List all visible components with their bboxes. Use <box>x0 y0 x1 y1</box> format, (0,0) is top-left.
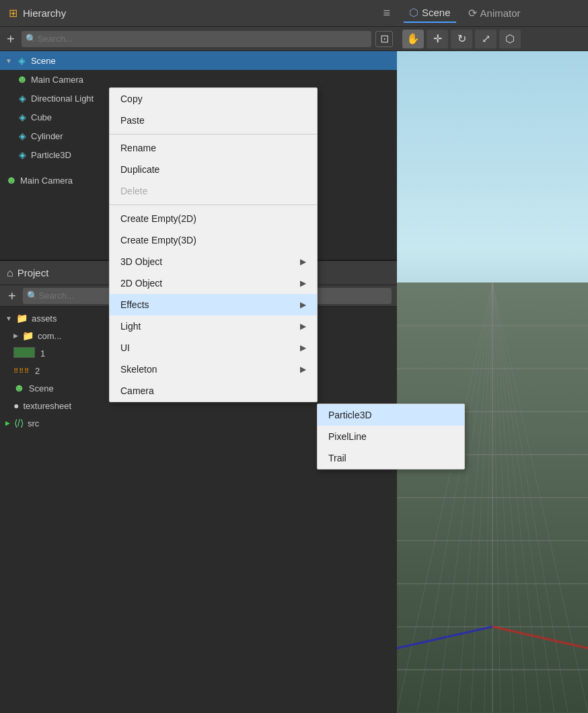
submenu-arrow-icon: ▶ <box>300 343 306 352</box>
ctx-skeleton[interactable]: Skeleton ▶ <box>110 359 317 380</box>
project-icon: ⌂ <box>7 267 13 279</box>
project-search-icon: 🔍 <box>27 291 38 301</box>
ctx-effects-label: Effects <box>120 299 149 310</box>
ctx-3d-object[interactable]: 3D Object ▶ <box>110 251 317 272</box>
scene-toolbar: ✋ ✛ ↻ ⤢ ⬡ <box>397 27 588 51</box>
ctx-paste[interactable]: Paste <box>110 110 317 131</box>
hierarchy-item-label: Cube <box>31 112 52 122</box>
ctx-duplicate[interactable]: Duplicate <box>110 159 317 180</box>
scene-tab[interactable]: ⬡ Scene <box>404 3 456 23</box>
submenu-arrow-icon: ▶ <box>300 365 306 374</box>
sphere-icon: ● <box>13 400 19 411</box>
folder-icon: 📁 <box>16 313 28 324</box>
submenu-arrow-icon: ▶ <box>300 300 306 309</box>
ctx-create-empty-3d-label: Create Empty(3D) <box>120 235 196 246</box>
proj-item-label: texturesheet <box>23 401 71 411</box>
proj-item-label: 1 <box>40 348 45 359</box>
hierarchy-search-input[interactable] <box>22 31 371 47</box>
effects-submenu[interactable]: Particle3D PixelLine Trail <box>317 404 465 470</box>
arrow-icon: ▶ <box>5 420 10 426</box>
scene-icon: ◈ <box>16 54 28 67</box>
ctx-pixelline[interactable]: PixelLine <box>318 426 464 447</box>
ctx-delete[interactable]: Delete <box>110 180 317 202</box>
submenu-arrow-icon: ▶ <box>300 257 306 266</box>
ctx-skeleton-label: Skeleton <box>120 364 157 375</box>
ctx-create-empty-3d[interactable]: Create Empty(3D) <box>110 229 317 251</box>
submenu-arrow-icon: ▶ <box>300 278 306 288</box>
ctx-rename[interactable]: Rename <box>110 137 317 159</box>
scene-icon: ⬡ <box>409 6 418 19</box>
proj-item-label: assets <box>32 313 57 324</box>
ctx-ui[interactable]: UI ▶ <box>110 337 317 359</box>
ctx-2d-object-label: 2D Object <box>120 278 162 289</box>
ctx-2d-object[interactable]: 2D Object ▶ <box>110 272 317 294</box>
scene-header: ⬡ Scene ⟳ Animator <box>397 0 588 27</box>
arrow-icon: ▼ <box>5 57 12 65</box>
ctx-rename-label: Rename <box>120 143 156 153</box>
proj-item-label: Scene <box>29 383 54 393</box>
hand-tool-button[interactable]: ✋ <box>402 30 424 48</box>
arrow-icon: ▶ <box>13 332 18 339</box>
scene-panel: ⬡ Scene ⟳ Animator ✋ ✛ ↻ ⤢ ⬡ <box>397 0 588 713</box>
proj-item-label: src <box>28 418 39 428</box>
dotgrid-icon: ⠿⠿⠿ <box>13 367 30 375</box>
particle-icon: ◈ <box>16 149 28 161</box>
ctx-trail[interactable]: Trail <box>318 447 464 469</box>
layers-icon: ⊞ <box>7 7 19 20</box>
hierarchy-item-label: Scene <box>31 56 56 66</box>
ctx-trail-label: Trail <box>328 453 346 463</box>
ctx-create-empty-2d[interactable]: Create Empty(2D) <box>110 208 317 229</box>
animator-tab-label: Animator <box>480 7 521 19</box>
hierarchy-item-label: Main Camera <box>20 176 73 186</box>
scene-tab-label: Scene <box>422 7 451 18</box>
code-icon: ⟨/⟩ <box>14 418 24 428</box>
hierarchy-menu-icon[interactable]: ≡ <box>383 6 390 20</box>
ctx-ui-label: UI <box>120 342 130 353</box>
ctx-effects[interactable]: Effects ▶ <box>110 294 317 315</box>
ctx-delete-label: Delete <box>120 186 147 196</box>
hierarchy-item-label: Particle3D <box>31 150 71 160</box>
animator-icon: ⟳ <box>468 7 477 20</box>
ctx-separator-2 <box>110 204 317 205</box>
ctx-camera[interactable]: Camera <box>110 380 317 402</box>
arrow-icon: ▼ <box>5 315 12 322</box>
folder-icon: 📁 <box>22 330 34 341</box>
cube-icon: ◈ <box>16 111 28 123</box>
proj-item-label: com... <box>38 331 61 341</box>
ctx-particle3d[interactable]: Particle3D <box>318 404 464 426</box>
rect-tool-button[interactable]: ⬡ <box>499 30 521 48</box>
hierarchy-options-button[interactable]: ⊡ <box>375 31 393 47</box>
ctx-light-label: Light <box>120 321 141 332</box>
hierarchy-item-label: Cylinder <box>31 131 63 141</box>
hierarchy-item-scene[interactable]: ▼ ◈ Scene <box>0 51 397 70</box>
scale-tool-button[interactable]: ⤢ <box>475 30 497 48</box>
project-title: Project <box>17 267 49 278</box>
ctx-copy[interactable]: Copy <box>110 88 317 110</box>
hierarchy-header: ⊞ Hierarchy ≡ <box>0 0 397 27</box>
submenu-arrow-icon: ▶ <box>300 322 306 331</box>
hierarchy-item-label: Main Camera <box>31 75 83 85</box>
cylinder-icon: ◈ <box>16 130 28 142</box>
add-button[interactable]: + <box>4 31 17 47</box>
proj-item-label: 2 <box>35 366 40 376</box>
colorbox-icon <box>13 347 35 360</box>
ctx-camera-label: Camera <box>120 385 154 396</box>
ctx-particle3d-label: Particle3D <box>328 410 372 420</box>
ctx-light[interactable]: Light ▶ <box>110 315 317 337</box>
scene-grid <box>397 283 588 713</box>
scene-char-icon: ☻ <box>13 382 25 394</box>
camera-icon: ☻ <box>16 73 28 85</box>
hierarchy-item-main-camera[interactable]: ☻ Main Camera <box>0 70 397 89</box>
ctx-paste-label: Paste <box>120 115 145 126</box>
search-icon: 🔍 <box>26 34 36 44</box>
ctx-pixelline-label: PixelLine <box>328 431 367 442</box>
project-add-button[interactable]: + <box>5 288 19 304</box>
context-menu[interactable]: Copy Paste Rename Duplicate Delete Creat… <box>109 87 318 402</box>
rotate-tool-button[interactable]: ↻ <box>451 30 472 48</box>
move-tool-button[interactable]: ✛ <box>427 30 448 48</box>
animator-tab[interactable]: ⟳ Animator <box>463 4 526 22</box>
hierarchy-item-label: Directional Light <box>31 93 94 104</box>
ctx-copy-label: Copy <box>120 93 143 104</box>
ctx-create-empty-2d-label: Create Empty(2D) <box>120 213 196 224</box>
hierarchy-title: Hierarchy <box>23 7 66 19</box>
